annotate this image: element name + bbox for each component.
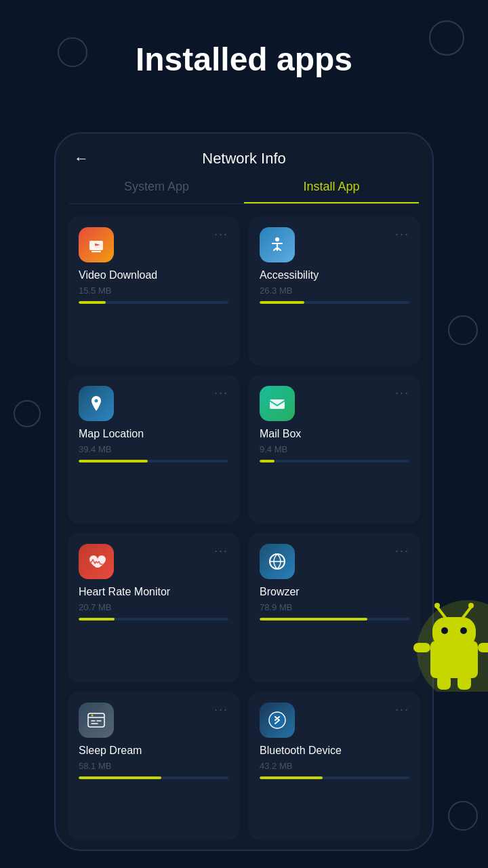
tab-system-app[interactable]: System App xyxy=(69,180,244,203)
tab-install-app[interactable]: Install App xyxy=(244,180,419,203)
more-options-accessibility[interactable]: ··· xyxy=(395,227,409,241)
progress-bar-browzer xyxy=(260,618,409,620)
app-size-map-location: 39.4 MB xyxy=(79,444,228,454)
app-name-accessibility: Accessibility xyxy=(260,269,409,281)
app-icon-mail-box xyxy=(260,386,295,421)
app-name-bluetooth: Bluetooth Device xyxy=(260,745,409,757)
app-name-video-download: Video Download xyxy=(79,269,228,281)
progress-fill-sleep-dream xyxy=(79,776,161,779)
svg-point-18 xyxy=(468,603,474,608)
screen-title: Network Info xyxy=(202,150,286,167)
svg-rect-19 xyxy=(413,643,430,652)
progress-fill-video-download xyxy=(79,301,106,304)
app-icon-heart-rate xyxy=(79,544,114,579)
svg-rect-21 xyxy=(437,675,451,690)
progress-fill-mail-box xyxy=(260,460,274,462)
app-card-heart-rate: ··· Heart Rate Monitor 20.7 MB xyxy=(68,533,239,682)
app-size-sleep-dream: 58.1 MB xyxy=(79,761,228,771)
app-card-bluetooth: ··· Bluetooth Device 43.2 MB xyxy=(249,692,420,841)
more-options-mail-box[interactable]: ··· xyxy=(395,386,409,400)
app-size-mail-box: 9.4 MB xyxy=(260,444,409,454)
app-size-accessibility: 26.3 MB xyxy=(260,285,409,296)
progress-fill-accessibility xyxy=(260,301,304,304)
more-options-video-download[interactable]: ··· xyxy=(214,227,228,241)
svg-rect-20 xyxy=(478,643,488,652)
app-size-browzer: 78.9 MB xyxy=(260,602,409,612)
back-button[interactable]: ← xyxy=(69,146,94,171)
app-card-mail-box: ··· Mail Box 9.4 MB xyxy=(249,375,420,524)
app-icon-browzer xyxy=(260,544,295,579)
svg-rect-3 xyxy=(270,399,285,409)
progress-bar-accessibility xyxy=(260,301,409,304)
progress-fill-browzer xyxy=(260,618,367,620)
more-options-heart-rate[interactable]: ··· xyxy=(214,544,228,558)
apps-grid: ··· Video Download 15.5 MB ··· Accessibi… xyxy=(56,204,432,851)
app-card-video-download: ··· Video Download 15.5 MB xyxy=(68,216,239,366)
app-name-browzer: Browzer xyxy=(260,586,409,598)
app-icon-video-download xyxy=(79,227,114,262)
svg-point-14 xyxy=(460,627,467,634)
app-card-accessibility: ··· Accessibility 26.3 MB xyxy=(249,216,420,366)
progress-bar-heart-rate xyxy=(79,618,228,620)
tab-bar: System App Install App xyxy=(69,180,419,204)
decoration-circle-mr xyxy=(448,315,478,345)
app-name-map-location: Map Location xyxy=(79,428,228,440)
progress-fill-bluetooth xyxy=(260,776,323,779)
svg-point-2 xyxy=(95,399,98,402)
more-options-sleep-dream[interactable]: ··· xyxy=(214,703,228,717)
svg-rect-22 xyxy=(458,675,471,690)
progress-bar-sleep-dream xyxy=(79,776,228,779)
progress-fill-heart-rate xyxy=(79,618,115,620)
app-size-bluetooth: 43.2 MB xyxy=(260,761,409,771)
svg-rect-5 xyxy=(88,713,104,727)
svg-rect-12 xyxy=(432,617,476,648)
app-card-browzer: ··· Browzer 78.9 MB xyxy=(249,533,420,682)
app-icon-sleep-dream xyxy=(79,703,114,738)
progress-bar-map-location xyxy=(79,460,228,462)
more-options-map-location[interactable]: ··· xyxy=(214,386,228,400)
svg-point-17 xyxy=(434,603,440,608)
more-options-browzer[interactable]: ··· xyxy=(395,544,409,558)
progress-bar-mail-box xyxy=(260,460,409,462)
app-card-map-location: ··· Map Location 39.4 MB xyxy=(68,375,239,524)
app-size-heart-rate: 20.7 MB xyxy=(79,602,228,612)
svg-point-13 xyxy=(441,627,448,634)
progress-bar-bluetooth xyxy=(260,776,409,779)
app-icon-bluetooth xyxy=(260,703,295,738)
app-name-mail-box: Mail Box xyxy=(260,428,409,440)
decoration-circle-br xyxy=(448,801,478,831)
android-mascot xyxy=(400,597,488,692)
svg-point-1 xyxy=(275,237,279,241)
svg-point-7 xyxy=(92,714,94,716)
decoration-circle-ml xyxy=(14,400,41,427)
app-card-sleep-dream: ··· Sleep Dream 58.1 MB xyxy=(68,692,239,841)
app-icon-accessibility xyxy=(260,227,295,262)
more-options-bluetooth[interactable]: ··· xyxy=(395,703,409,717)
progress-fill-map-location xyxy=(79,460,148,462)
page-title: Installed apps xyxy=(0,41,488,78)
progress-bar-video-download xyxy=(79,301,228,304)
phone-header: ← Network Info xyxy=(56,134,432,167)
app-size-video-download: 15.5 MB xyxy=(79,285,228,296)
app-name-sleep-dream: Sleep Dream xyxy=(79,745,228,757)
app-icon-map-location xyxy=(79,386,114,421)
phone-frame: ← Network Info System App Install App xyxy=(54,132,434,851)
app-name-heart-rate: Heart Rate Monitor xyxy=(79,586,228,598)
